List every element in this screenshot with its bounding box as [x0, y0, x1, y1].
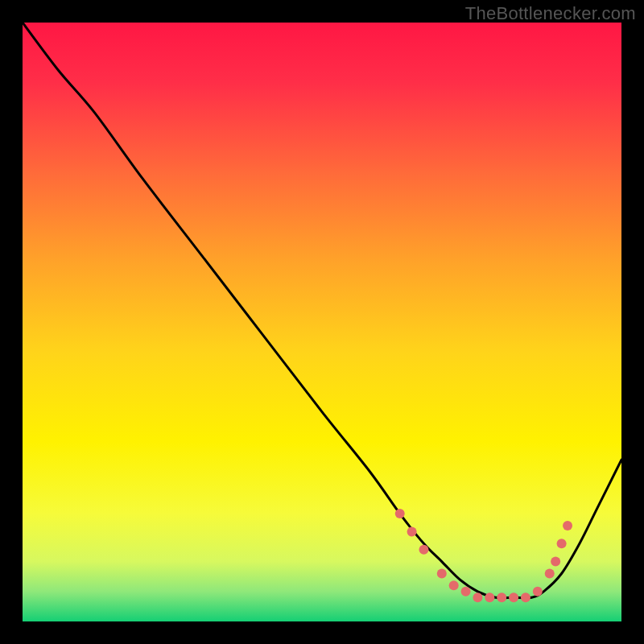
highlight-dot — [497, 592, 506, 602]
highlight-dot — [419, 545, 428, 555]
highlight-dot — [563, 521, 572, 530]
highlight-dot — [449, 580, 459, 590]
highlight-dot — [473, 592, 482, 602]
highlight-dot — [509, 592, 518, 602]
watermark-label: TheBottlenecker.com — [465, 3, 636, 24]
highlight-dot — [545, 568, 555, 578]
chart-frame: TheBottlenecker.com — [0, 0, 644, 644]
highlight-dot — [437, 568, 447, 578]
highlight-dot — [557, 539, 567, 548]
plot-area — [23, 23, 621, 621]
highlight-dot — [551, 557, 560, 567]
highlight-dot — [407, 526, 417, 536]
highlight-dot — [461, 587, 471, 597]
highlight-dot — [395, 509, 405, 518]
highlight-dot — [533, 587, 543, 597]
highlight-dot — [485, 592, 494, 602]
highlight-dot — [521, 592, 530, 602]
bottleneck-chart — [23, 23, 621, 621]
gradient-background — [23, 23, 621, 621]
